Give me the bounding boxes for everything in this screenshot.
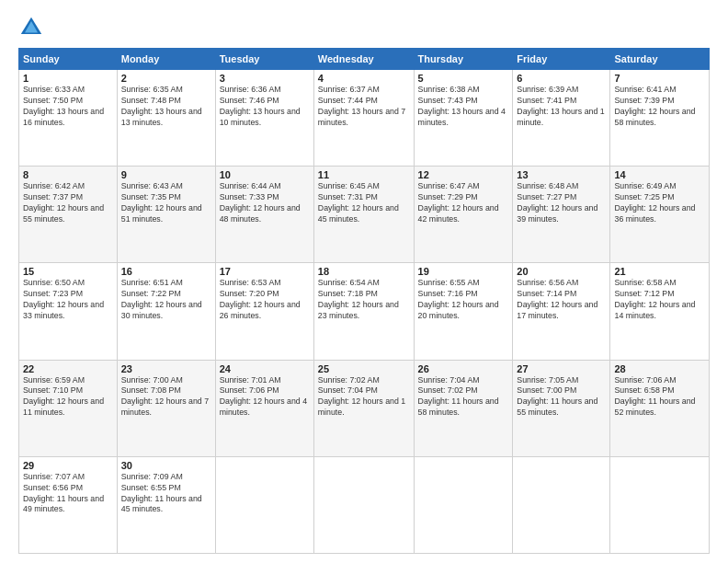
calendar-cell: 20Sunrise: 6:56 AMSunset: 7:14 PMDayligh… <box>513 263 610 360</box>
calendar-cell: 18Sunrise: 6:54 AMSunset: 7:18 PMDayligh… <box>313 263 414 360</box>
calendar-table: SundayMondayTuesdayWednesdayThursdayFrid… <box>18 48 710 554</box>
calendar-cell <box>610 456 710 553</box>
day-number: 11 <box>318 169 410 180</box>
day-number: 26 <box>418 363 509 374</box>
day-number: 6 <box>517 73 606 84</box>
header <box>18 15 710 40</box>
day-info: Sunrise: 6:53 AMSunset: 7:20 PMDaylight:… <box>220 278 310 322</box>
calendar-cell <box>513 456 610 553</box>
calendar-row: 15Sunrise: 6:50 AMSunset: 7:23 PMDayligh… <box>19 263 710 360</box>
calendar-cell: 26Sunrise: 7:04 AMSunset: 7:02 PMDayligh… <box>414 360 513 456</box>
day-info: Sunrise: 6:43 AMSunset: 7:35 PMDaylight:… <box>121 181 211 225</box>
day-info: Sunrise: 7:07 AMSunset: 6:56 PMDaylight:… <box>23 472 113 516</box>
day-number: 22 <box>23 363 113 374</box>
calendar-cell: 6Sunrise: 6:39 AMSunset: 7:41 PMDaylight… <box>513 70 610 167</box>
day-info: Sunrise: 6:58 AMSunset: 7:12 PMDaylight:… <box>614 278 705 322</box>
day-number: 16 <box>121 266 211 277</box>
day-info: Sunrise: 7:02 AMSunset: 7:04 PMDaylight:… <box>318 375 410 419</box>
col-header-sunday: Sunday <box>19 49 118 70</box>
day-number: 9 <box>121 169 211 180</box>
day-number: 15 <box>23 266 113 277</box>
day-number: 8 <box>23 169 113 180</box>
col-header-saturday: Saturday <box>610 49 710 70</box>
calendar-cell: 4Sunrise: 6:37 AMSunset: 7:44 PMDaylight… <box>313 70 414 167</box>
calendar-cell: 30Sunrise: 7:09 AMSunset: 6:55 PMDayligh… <box>117 456 215 553</box>
day-info: Sunrise: 7:05 AMSunset: 7:00 PMDaylight:… <box>517 375 606 419</box>
day-info: Sunrise: 6:37 AMSunset: 7:44 PMDaylight:… <box>318 85 410 129</box>
day-number: 28 <box>614 363 705 374</box>
calendar-cell: 19Sunrise: 6:55 AMSunset: 7:16 PMDayligh… <box>414 263 513 360</box>
day-info: Sunrise: 6:44 AMSunset: 7:33 PMDaylight:… <box>220 181 310 225</box>
day-info: Sunrise: 6:35 AMSunset: 7:48 PMDaylight:… <box>121 85 211 129</box>
day-info: Sunrise: 7:00 AMSunset: 7:08 PMDaylight:… <box>121 375 211 419</box>
calendar-cell: 17Sunrise: 6:53 AMSunset: 7:20 PMDayligh… <box>215 263 313 360</box>
day-number: 27 <box>517 363 606 374</box>
calendar-cell: 1Sunrise: 6:33 AMSunset: 7:50 PMDaylight… <box>19 70 118 167</box>
day-info: Sunrise: 6:38 AMSunset: 7:43 PMDaylight:… <box>418 85 509 129</box>
day-info: Sunrise: 6:49 AMSunset: 7:25 PMDaylight:… <box>614 181 705 225</box>
day-info: Sunrise: 7:04 AMSunset: 7:02 PMDaylight:… <box>418 375 509 419</box>
calendar-cell <box>313 456 414 553</box>
day-number: 4 <box>318 73 410 84</box>
calendar-cell: 22Sunrise: 6:59 AMSunset: 7:10 PMDayligh… <box>19 360 118 456</box>
day-number: 2 <box>121 73 211 84</box>
day-number: 3 <box>220 73 310 84</box>
day-number: 17 <box>220 266 310 277</box>
day-number: 14 <box>614 169 705 180</box>
day-info: Sunrise: 6:39 AMSunset: 7:41 PMDaylight:… <box>517 85 606 129</box>
calendar-cell: 28Sunrise: 7:06 AMSunset: 6:58 PMDayligh… <box>610 360 710 456</box>
day-info: Sunrise: 6:59 AMSunset: 7:10 PMDaylight:… <box>23 375 113 419</box>
day-info: Sunrise: 6:47 AMSunset: 7:29 PMDaylight:… <box>418 181 509 225</box>
calendar-cell: 16Sunrise: 6:51 AMSunset: 7:22 PMDayligh… <box>117 263 215 360</box>
col-header-tuesday: Tuesday <box>215 49 313 70</box>
day-info: Sunrise: 7:01 AMSunset: 7:06 PMDaylight:… <box>220 375 310 419</box>
logo-icon <box>18 15 44 40</box>
calendar-cell: 13Sunrise: 6:48 AMSunset: 7:27 PMDayligh… <box>513 167 610 263</box>
header-row: SundayMondayTuesdayWednesdayThursdayFrid… <box>19 49 710 70</box>
calendar-cell: 21Sunrise: 6:58 AMSunset: 7:12 PMDayligh… <box>610 263 710 360</box>
day-number: 21 <box>614 266 705 277</box>
day-info: Sunrise: 6:54 AMSunset: 7:18 PMDaylight:… <box>318 278 410 322</box>
calendar-cell: 12Sunrise: 6:47 AMSunset: 7:29 PMDayligh… <box>414 167 513 263</box>
day-number: 13 <box>517 169 606 180</box>
day-info: Sunrise: 6:51 AMSunset: 7:22 PMDaylight:… <box>121 278 211 322</box>
col-header-wednesday: Wednesday <box>313 49 414 70</box>
calendar-cell: 15Sunrise: 6:50 AMSunset: 7:23 PMDayligh… <box>19 263 118 360</box>
day-number: 30 <box>121 460 211 471</box>
calendar-cell: 3Sunrise: 6:36 AMSunset: 7:46 PMDaylight… <box>215 70 313 167</box>
day-number: 29 <box>23 460 113 471</box>
day-info: Sunrise: 6:36 AMSunset: 7:46 PMDaylight:… <box>220 85 310 129</box>
day-info: Sunrise: 6:45 AMSunset: 7:31 PMDaylight:… <box>318 181 410 225</box>
calendar-row: 22Sunrise: 6:59 AMSunset: 7:10 PMDayligh… <box>19 360 710 456</box>
col-header-friday: Friday <box>513 49 610 70</box>
day-info: Sunrise: 6:56 AMSunset: 7:14 PMDaylight:… <box>517 278 606 322</box>
calendar-cell: 24Sunrise: 7:01 AMSunset: 7:06 PMDayligh… <box>215 360 313 456</box>
calendar-cell: 11Sunrise: 6:45 AMSunset: 7:31 PMDayligh… <box>313 167 414 263</box>
calendar-cell: 10Sunrise: 6:44 AMSunset: 7:33 PMDayligh… <box>215 167 313 263</box>
calendar-cell: 27Sunrise: 7:05 AMSunset: 7:00 PMDayligh… <box>513 360 610 456</box>
col-header-monday: Monday <box>117 49 215 70</box>
day-number: 18 <box>318 266 410 277</box>
logo <box>18 15 48 40</box>
day-number: 7 <box>614 73 705 84</box>
day-number: 23 <box>121 363 211 374</box>
day-info: Sunrise: 6:48 AMSunset: 7:27 PMDaylight:… <box>517 181 606 225</box>
day-number: 24 <box>220 363 310 374</box>
calendar-cell: 14Sunrise: 6:49 AMSunset: 7:25 PMDayligh… <box>610 167 710 263</box>
calendar-cell <box>414 456 513 553</box>
day-info: Sunrise: 6:33 AMSunset: 7:50 PMDaylight:… <box>23 85 113 129</box>
calendar-row: 1Sunrise: 6:33 AMSunset: 7:50 PMDaylight… <box>19 70 710 167</box>
calendar-cell: 23Sunrise: 7:00 AMSunset: 7:08 PMDayligh… <box>117 360 215 456</box>
calendar-cell: 29Sunrise: 7:07 AMSunset: 6:56 PMDayligh… <box>19 456 118 553</box>
day-number: 20 <box>517 266 606 277</box>
day-number: 10 <box>220 169 310 180</box>
col-header-thursday: Thursday <box>414 49 513 70</box>
calendar-row: 8Sunrise: 6:42 AMSunset: 7:37 PMDaylight… <box>19 167 710 263</box>
calendar-cell: 8Sunrise: 6:42 AMSunset: 7:37 PMDaylight… <box>19 167 118 263</box>
page: SundayMondayTuesdayWednesdayThursdayFrid… <box>0 0 728 563</box>
day-info: Sunrise: 7:09 AMSunset: 6:55 PMDaylight:… <box>121 472 211 516</box>
day-number: 12 <box>418 169 509 180</box>
calendar-body: 1Sunrise: 6:33 AMSunset: 7:50 PMDaylight… <box>19 70 710 554</box>
day-number: 1 <box>23 73 113 84</box>
day-number: 25 <box>318 363 410 374</box>
